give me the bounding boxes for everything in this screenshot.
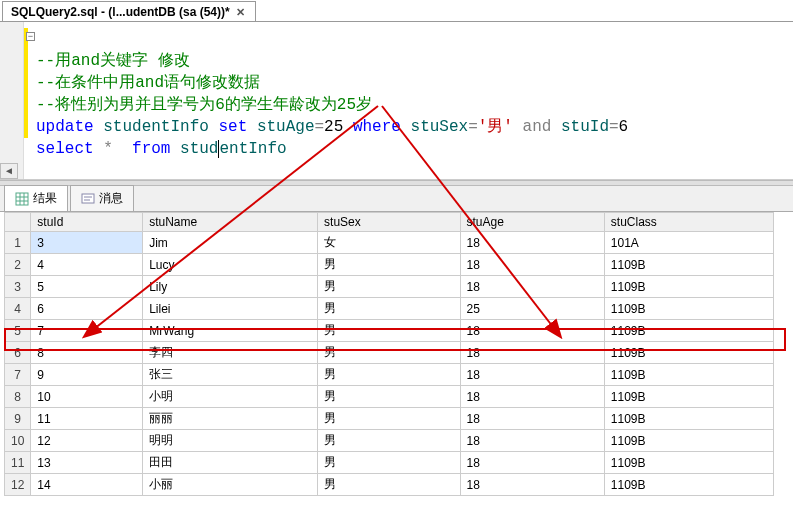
- cell-stuid[interactable]: 9: [31, 364, 143, 386]
- cell-stuid[interactable]: 11: [31, 408, 143, 430]
- cell-stuid[interactable]: 4: [31, 254, 143, 276]
- close-icon[interactable]: ✕: [236, 6, 245, 19]
- row-number[interactable]: 10: [5, 430, 31, 452]
- cell-stuname[interactable]: 丽丽: [143, 408, 318, 430]
- cell-stuclass[interactable]: 101A: [604, 232, 773, 254]
- table-row[interactable]: 911丽丽男181109B: [5, 408, 774, 430]
- tab-messages[interactable]: 消息: [70, 185, 134, 211]
- cell-stuname[interactable]: Jim: [143, 232, 318, 254]
- cell-stuage[interactable]: 18: [460, 474, 604, 496]
- table-row[interactable]: 57MrWang男181109B: [5, 320, 774, 342]
- file-tab[interactable]: SQLQuery2.sql - (l...udentDB (sa (54))* …: [2, 1, 256, 21]
- cell-stuname[interactable]: 明明: [143, 430, 318, 452]
- table-row[interactable]: 1113田田男181109B: [5, 452, 774, 474]
- cell-stuage[interactable]: 18: [460, 430, 604, 452]
- cell-stuid[interactable]: 6: [31, 298, 143, 320]
- cell-stuage[interactable]: 18: [460, 342, 604, 364]
- cell-stusex[interactable]: 男: [318, 320, 460, 342]
- cell-stuclass[interactable]: 1109B: [604, 474, 773, 496]
- cell-stusex[interactable]: 男: [318, 276, 460, 298]
- cell-stuage[interactable]: 18: [460, 232, 604, 254]
- cell-stuname[interactable]: 小明: [143, 386, 318, 408]
- cell-stusex[interactable]: 男: [318, 298, 460, 320]
- cell-stuage[interactable]: 18: [460, 254, 604, 276]
- row-number[interactable]: 9: [5, 408, 31, 430]
- cell-stuage[interactable]: 18: [460, 364, 604, 386]
- cell-stuage[interactable]: 18: [460, 452, 604, 474]
- cell-stuid[interactable]: 8: [31, 342, 143, 364]
- table-row[interactable]: 1214小丽男181109B: [5, 474, 774, 496]
- svg-rect-0: [16, 193, 28, 205]
- table-row[interactable]: 35Lily男181109B: [5, 276, 774, 298]
- cell-stuid[interactable]: 13: [31, 452, 143, 474]
- cell-stuclass[interactable]: 1109B: [604, 364, 773, 386]
- row-number[interactable]: 3: [5, 276, 31, 298]
- row-number[interactable]: 6: [5, 342, 31, 364]
- cell-stuid[interactable]: 14: [31, 474, 143, 496]
- table-row[interactable]: 810小明男181109B: [5, 386, 774, 408]
- cell-stuclass[interactable]: 1109B: [604, 298, 773, 320]
- col-stusex[interactable]: stuSex: [318, 213, 460, 232]
- cell-stuclass[interactable]: 1109B: [604, 408, 773, 430]
- row-number[interactable]: 4: [5, 298, 31, 320]
- cell-stusex[interactable]: 女: [318, 232, 460, 254]
- row-number[interactable]: 8: [5, 386, 31, 408]
- row-number[interactable]: 5: [5, 320, 31, 342]
- cell-stuname[interactable]: 田田: [143, 452, 318, 474]
- cell-stuclass[interactable]: 1109B: [604, 430, 773, 452]
- col-stuid[interactable]: stuId: [31, 213, 143, 232]
- table-row[interactable]: 68李四男181109B: [5, 342, 774, 364]
- scroll-left-icon[interactable]: ◄: [0, 163, 18, 179]
- row-number[interactable]: 11: [5, 452, 31, 474]
- cell-stuage[interactable]: 25: [460, 298, 604, 320]
- cell-stuclass[interactable]: 1109B: [604, 342, 773, 364]
- outline-collapse-icon[interactable]: −: [26, 32, 35, 41]
- cell-stuid[interactable]: 10: [31, 386, 143, 408]
- cell-stuname[interactable]: Lily: [143, 276, 318, 298]
- cell-stuage[interactable]: 18: [460, 320, 604, 342]
- cell-stuid[interactable]: 7: [31, 320, 143, 342]
- cell-stuname[interactable]: MrWang: [143, 320, 318, 342]
- corner-cell[interactable]: [5, 213, 31, 232]
- col-stuage[interactable]: stuAge: [460, 213, 604, 232]
- cell-stuclass[interactable]: 1109B: [604, 452, 773, 474]
- cell-stusex[interactable]: 男: [318, 386, 460, 408]
- cell-stusex[interactable]: 男: [318, 474, 460, 496]
- cell-stusex[interactable]: 男: [318, 342, 460, 364]
- cell-stuclass[interactable]: 1109B: [604, 254, 773, 276]
- cell-stusex[interactable]: 男: [318, 452, 460, 474]
- cell-stuage[interactable]: 18: [460, 386, 604, 408]
- cell-stusex[interactable]: 男: [318, 364, 460, 386]
- cell-stusex[interactable]: 男: [318, 430, 460, 452]
- cell-stusex[interactable]: 男: [318, 254, 460, 276]
- code-content[interactable]: --用and关键字 修改 --在条件中用and语句修改数据 --将性别为男并且学…: [36, 28, 628, 180]
- row-number[interactable]: 12: [5, 474, 31, 496]
- table-row[interactable]: 13Jim女18101A: [5, 232, 774, 254]
- cell-stuname[interactable]: Lilei: [143, 298, 318, 320]
- cell-stuname[interactable]: 李四: [143, 342, 318, 364]
- table-row[interactable]: 79张三男181109B: [5, 364, 774, 386]
- cell-stuid[interactable]: 3: [31, 232, 143, 254]
- table-row[interactable]: 46Lilei男251109B: [5, 298, 774, 320]
- sql-editor[interactable]: − --用and关键字 修改 --在条件中用and语句修改数据 --将性别为男并…: [0, 22, 793, 180]
- cell-stuname[interactable]: 小丽: [143, 474, 318, 496]
- table-row[interactable]: 24Lucy男181109B: [5, 254, 774, 276]
- cell-stuclass[interactable]: 1109B: [604, 386, 773, 408]
- cell-stusex[interactable]: 男: [318, 408, 460, 430]
- cell-stuname[interactable]: Lucy: [143, 254, 318, 276]
- cell-stuage[interactable]: 18: [460, 276, 604, 298]
- col-stuname[interactable]: stuName: [143, 213, 318, 232]
- cell-stuid[interactable]: 12: [31, 430, 143, 452]
- row-number[interactable]: 2: [5, 254, 31, 276]
- cell-stuname[interactable]: 张三: [143, 364, 318, 386]
- tab-results[interactable]: 结果: [4, 185, 68, 211]
- row-number[interactable]: 1: [5, 232, 31, 254]
- cell-stuclass[interactable]: 1109B: [604, 276, 773, 298]
- cell-stuid[interactable]: 5: [31, 276, 143, 298]
- row-number[interactable]: 7: [5, 364, 31, 386]
- cell-stuage[interactable]: 18: [460, 408, 604, 430]
- results-grid[interactable]: stuId stuName stuSex stuAge stuClass 13J…: [4, 212, 774, 496]
- table-row[interactable]: 1012明明男181109B: [5, 430, 774, 452]
- col-stuclass[interactable]: stuClass: [604, 213, 773, 232]
- cell-stuclass[interactable]: 1109B: [604, 320, 773, 342]
